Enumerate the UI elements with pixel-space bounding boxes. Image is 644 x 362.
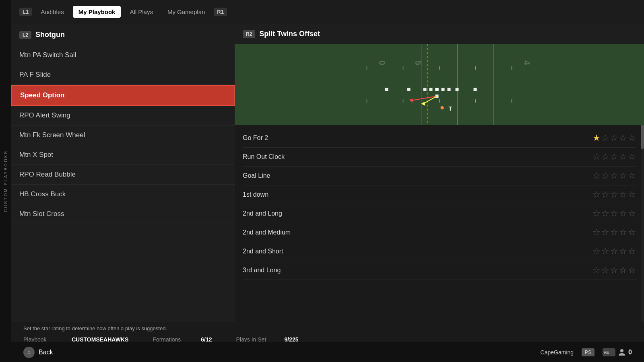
star-3[interactable]: ☆: [610, 171, 618, 181]
svg-rect-28: [456, 88, 459, 91]
rating-row-run-out-clock: Run Out Clock ☆ ☆ ☆ ☆ ☆: [243, 148, 636, 167]
star-5[interactable]: ☆: [628, 227, 636, 238]
play-item-selected[interactable]: Speed Option: [11, 85, 235, 106]
star-1[interactable]: ☆: [592, 171, 601, 181]
star-4[interactable]: ☆: [619, 208, 627, 219]
play-item[interactable]: Mtn Fk Screen Wheel: [11, 125, 235, 145]
stars-2nd-medium[interactable]: ☆ ☆ ☆ ☆ ☆: [592, 227, 636, 238]
star-1[interactable]: ☆: [592, 246, 601, 257]
svg-rect-27: [407, 88, 411, 91]
star-4[interactable]: ☆: [619, 227, 627, 238]
username: CapeGaming: [541, 349, 574, 356]
star-4[interactable]: ☆: [619, 189, 627, 200]
user-platform-badge: PS: [582, 348, 594, 356]
formation-badge: L2: [19, 31, 31, 39]
star-2[interactable]: ☆: [601, 152, 609, 162]
back-button[interactable]: ○ Back: [23, 347, 53, 358]
svg-rect-23: [448, 88, 451, 91]
star-5[interactable]: ☆: [628, 246, 636, 257]
star-2[interactable]: ☆: [601, 133, 609, 143]
star-2[interactable]: ☆: [601, 208, 609, 219]
star-5[interactable]: ☆: [628, 265, 636, 276]
nav-all-plays[interactable]: All Plays: [124, 6, 159, 18]
star-4[interactable]: ☆: [619, 171, 627, 181]
play-item[interactable]: RPO Alert Swing: [11, 106, 235, 125]
rating-row-goal-line: Goal Line ☆ ☆ ☆ ☆ ☆: [243, 167, 636, 185]
ratings-panel: Go For 2 ★ ☆ ☆ ☆ ☆ Run Out Clock ☆ ☆ ☆: [235, 125, 644, 322]
stars-3rd-long[interactable]: ☆ ☆ ☆ ☆ ☆: [592, 265, 636, 276]
svg-rect-26: [385, 88, 388, 91]
svg-text:T: T: [449, 105, 452, 112]
star-1[interactable]: ☆: [592, 152, 601, 162]
star-3[interactable]: ☆: [610, 133, 618, 143]
star-5[interactable]: ☆: [628, 208, 636, 219]
stars-2nd-long[interactable]: ☆ ☆ ☆ ☆ ☆: [592, 208, 636, 219]
svg-point-35: [441, 106, 444, 109]
star-3[interactable]: ☆: [610, 189, 618, 200]
star-2[interactable]: ☆: [601, 227, 609, 238]
stars-1st-down[interactable]: ☆ ☆ ☆ ☆ ☆: [592, 189, 636, 200]
main-content: L2 Shotgun Mtn PA Switch Sail PA F Slide…: [11, 24, 644, 322]
star-2[interactable]: ☆: [601, 171, 609, 181]
star-2[interactable]: ☆: [601, 189, 609, 200]
star-1[interactable]: ☆: [592, 189, 601, 200]
page-wrapper: CUSTOM PLAYBOOKS L1 Audibles My Playbook…: [0, 0, 644, 362]
star-3[interactable]: ☆: [610, 152, 618, 162]
stars-goal-line[interactable]: ☆ ☆ ☆ ☆ ☆: [592, 171, 636, 181]
svg-point-38: [620, 349, 623, 352]
stars-2nd-short[interactable]: ☆ ☆ ☆ ☆ ☆: [592, 246, 636, 257]
rating-label: Go For 2: [243, 134, 268, 142]
star-3[interactable]: ☆: [610, 208, 618, 219]
formation-title: Shotgun: [35, 31, 65, 39]
star-5[interactable]: ☆: [628, 171, 636, 181]
right-panel: R2 Split Twins Offset: [235, 24, 644, 322]
svg-text:R3: R3: [604, 351, 609, 355]
star-5[interactable]: ☆: [628, 133, 636, 143]
star-5[interactable]: ☆: [628, 152, 636, 162]
star-4[interactable]: ☆: [619, 265, 627, 276]
rating-label: 3rd and Long: [243, 267, 281, 274]
play-item[interactable]: RPO Read Bubble: [11, 165, 235, 185]
play-item[interactable]: Mtn X Spot: [11, 145, 235, 165]
scrollbar-track[interactable]: [641, 125, 644, 322]
rating-label: 2nd and Long: [243, 210, 282, 217]
circle-icon: ○: [23, 347, 35, 358]
star-1[interactable]: ☆: [592, 265, 601, 276]
r2-badge: R2: [243, 30, 255, 38]
star-4[interactable]: ☆: [619, 133, 627, 143]
stars-run-out-clock[interactable]: ☆ ☆ ☆ ☆ ☆: [592, 152, 636, 162]
star-4[interactable]: ☆: [619, 152, 627, 162]
nav-audibles[interactable]: Audibles: [35, 6, 70, 18]
star-2[interactable]: ☆: [601, 265, 609, 276]
star-1[interactable]: ☆: [592, 227, 601, 238]
play-item[interactable]: HB Cross Buck: [11, 185, 235, 204]
star-2[interactable]: ☆: [601, 246, 609, 257]
svg-text:4: 4: [522, 60, 532, 66]
rating-label: Goal Line: [243, 172, 270, 179]
rating-label: 2nd and Medium: [243, 229, 291, 236]
play-diagram-area: 0 5 4: [235, 44, 644, 125]
rating-label: 2nd and Short: [243, 248, 283, 255]
star-1[interactable]: ☆: [592, 208, 601, 219]
rating-row-2nd-short: 2nd and Short ☆ ☆ ☆ ☆ ☆: [243, 242, 636, 261]
star-1[interactable]: ★: [592, 133, 601, 143]
left-panel: L2 Shotgun Mtn PA Switch Sail PA F Slide…: [11, 24, 235, 322]
play-list: Mtn PA Switch Sail PA F Slide Speed Opti…: [11, 45, 235, 224]
play-item[interactable]: PA F Slide: [11, 65, 235, 85]
star-3[interactable]: ☆: [610, 227, 618, 238]
rating-row-go-for-2: Go For 2 ★ ☆ ☆ ☆ ☆: [243, 129, 636, 148]
star-3[interactable]: ☆: [610, 246, 618, 257]
stars-go-for-2[interactable]: ★ ☆ ☆ ☆ ☆: [592, 133, 636, 143]
play-item[interactable]: Mtn Slot Cross: [11, 204, 235, 224]
rating-row-1st-down: 1st down ☆ ☆ ☆ ☆ ☆: [243, 185, 636, 204]
star-4[interactable]: ☆: [619, 246, 627, 257]
nav-my-playbook[interactable]: My Playbook: [73, 6, 121, 18]
star-5[interactable]: ☆: [628, 189, 636, 200]
play-item[interactable]: Mtn PA Switch Sail: [11, 45, 235, 65]
hint-text: Set the star rating to determine how oft…: [23, 325, 632, 331]
user-score: 0: [628, 349, 632, 356]
star-3[interactable]: ☆: [610, 265, 618, 276]
scrollbar-thumb[interactable]: [641, 125, 644, 149]
rating-row-3rd-long: 3rd and Long ☆ ☆ ☆ ☆ ☆: [243, 261, 636, 280]
nav-my-gameplan[interactable]: My Gameplan: [162, 6, 211, 18]
